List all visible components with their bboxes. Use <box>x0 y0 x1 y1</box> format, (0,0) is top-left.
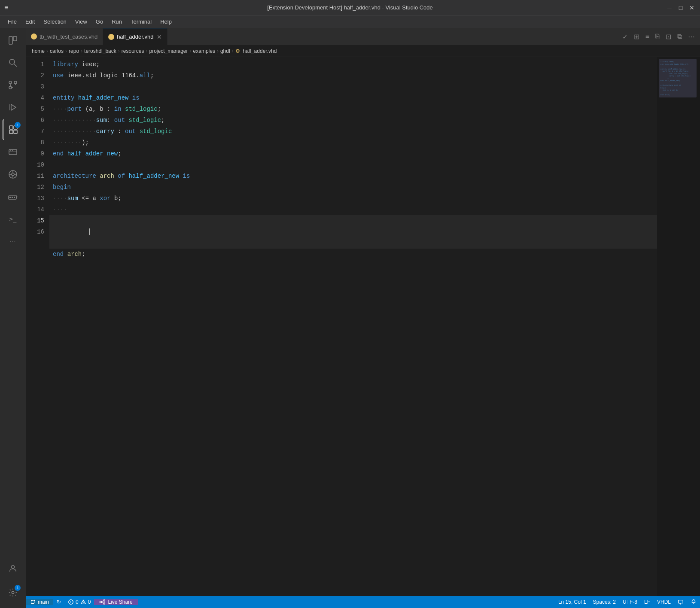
code-line-7: ············carry : out std_logic <box>49 126 657 137</box>
breadcrumb-home[interactable]: home <box>32 48 45 54</box>
activity-bottom: 1 <box>3 558 23 608</box>
breadcrumb-ghdl[interactable]: ghdl <box>220 48 230 54</box>
svg-point-37 <box>103 600 105 602</box>
maximize-button[interactable]: □ <box>677 4 685 12</box>
tab-half-adder[interactable]: half_adder.vhd ✕ <box>103 28 167 45</box>
svg-rect-13 <box>9 149 17 155</box>
language-label: VHDL <box>657 599 671 605</box>
svg-point-31 <box>31 603 33 605</box>
hamburger-icon[interactable]: ≡ <box>4 0 8 15</box>
tab-icon-tb <box>31 33 37 40</box>
breadcrumb-repo[interactable]: repo <box>69 48 79 54</box>
sidebar-item-teroshdl[interactable] <box>3 164 23 185</box>
menu-file[interactable]: File <box>4 18 20 26</box>
breadcrumb-examples[interactable]: examples <box>193 48 215 54</box>
activity-bar: 1 <box>0 28 26 608</box>
warning-count: 0 <box>88 599 91 605</box>
error-count: 0 <box>76 599 79 605</box>
breadcrumb-file-icon: ⚙ <box>235 48 241 54</box>
line-numbers: 1 2 3 4 5 6 7 8 9 10 11 12 13 14 15 16 <box>26 57 49 596</box>
svg-line-39 <box>102 601 103 602</box>
menu-view[interactable]: View <box>72 18 91 26</box>
overflow-action[interactable]: ⋯ <box>686 31 697 43</box>
breadcrumb-carlos[interactable]: carlos <box>50 48 64 54</box>
status-position[interactable]: Ln 15, Col 1 <box>555 599 590 605</box>
menu-terminal[interactable]: Terminal <box>127 18 155 26</box>
breadcrumb-teroshdl[interactable]: teroshdl_back <box>84 48 116 54</box>
status-encoding[interactable]: UTF-8 <box>619 599 641 605</box>
status-right: Ln 15, Col 1 Spaces: 2 UTF-8 LF VHDL <box>555 599 700 605</box>
sidebar-item-account[interactable] <box>3 558 23 579</box>
validate-action[interactable]: ✓ <box>621 31 630 43</box>
sidebar-item-run-debug[interactable] <box>3 97 23 118</box>
sync-icon: ↻ <box>57 599 61 605</box>
live-share-button[interactable]: Live Share <box>94 599 137 605</box>
tab-label-tb: tb_with_test_cases.vhd <box>40 33 97 40</box>
source-action[interactable]: ⊡ <box>664 31 673 43</box>
tabs-actions: ✓ ⊞ ≡ ⎘ ⊡ ⧉ ⋯ <box>617 31 700 43</box>
svg-point-16 <box>12 150 13 151</box>
sidebar-item-search[interactable] <box>3 52 23 73</box>
spaces-label: Spaces: 2 <box>593 599 616 605</box>
menu-run[interactable]: Run <box>108 18 125 26</box>
settings-badge: 1 <box>15 585 21 591</box>
code-line-15 <box>49 215 657 249</box>
menu-edit[interactable]: Edit <box>22 18 38 26</box>
close-button[interactable]: ✕ <box>688 4 696 12</box>
status-spaces[interactable]: Spaces: 2 <box>590 599 619 605</box>
title-bar: ≡ [Extension Development Host] half_adde… <box>0 0 700 15</box>
sidebar-item-terminal[interactable]: >_ <box>3 209 23 229</box>
sidebar-item-remote[interactable] <box>3 142 23 162</box>
code-line-8: ········); <box>49 137 657 148</box>
svg-rect-26 <box>14 197 15 198</box>
status-line-ending[interactable]: LF <box>641 599 654 605</box>
code-line-12: begin <box>49 182 657 193</box>
status-left: main ↻ 0 0 <box>26 599 138 605</box>
code-line-13: ····sum <= a xor b; <box>49 193 657 204</box>
sidebar-item-more[interactable]: ··· <box>3 231 23 252</box>
sidebar-item-explorer[interactable] <box>3 30 23 51</box>
minimize-button[interactable]: ─ <box>666 4 673 12</box>
tab-tb-with-test-cases[interactable]: tb_with_test_cases.vhd <box>26 28 103 45</box>
status-git[interactable]: main <box>26 599 53 605</box>
status-errors[interactable]: 0 0 <box>64 599 94 605</box>
position-label: Ln 15, Col 1 <box>558 599 586 605</box>
code-line-11: architecture arch of half_adder_new is <box>49 170 657 182</box>
breadcrumb-resources[interactable]: resources <box>122 48 144 54</box>
tab-icon-half-adder <box>108 34 114 40</box>
status-sync[interactable]: ↻ <box>53 599 64 605</box>
tab-label-half-adder: half_adder.vhd <box>117 33 153 40</box>
svg-rect-1 <box>13 36 17 41</box>
status-language[interactable]: VHDL <box>654 599 674 605</box>
svg-point-4 <box>9 81 12 84</box>
menu-help[interactable]: Help <box>157 18 175 26</box>
menu-go[interactable]: Go <box>92 18 107 26</box>
git-branch-label: main <box>38 599 49 605</box>
breadcrumb-project-manager[interactable]: project_manager <box>149 48 188 54</box>
text-cursor <box>89 228 90 235</box>
status-bell[interactable] <box>687 599 700 605</box>
title-bar-text: [Extension Development Host] half_adder.… <box>267 4 433 11</box>
split-action-2[interactable]: ⎘ <box>654 31 661 42</box>
status-feedback[interactable] <box>674 599 687 605</box>
svg-rect-12 <box>14 130 17 134</box>
svg-point-30 <box>33 600 35 602</box>
sidebar-item-docker[interactable] <box>3 186 23 207</box>
menu-selection[interactable]: Selection <box>40 18 70 26</box>
sidebar-item-settings[interactable]: 1 <box>3 582 23 603</box>
code-line-3 <box>49 81 657 92</box>
code-line-14: ···· <box>49 204 657 215</box>
svg-rect-24 <box>9 197 11 198</box>
more-actions[interactable]: ≡ <box>644 31 651 42</box>
breadcrumb-file[interactable]: half_adder.vhd <box>243 48 277 54</box>
layout-action[interactable]: ⧉ <box>676 31 684 42</box>
sidebar-item-extensions[interactable]: 1 <box>3 119 23 140</box>
svg-rect-25 <box>12 197 13 198</box>
code-editor[interactable]: 1 2 3 4 5 6 7 8 9 10 11 12 13 14 15 16 l… <box>26 57 700 596</box>
svg-rect-0 <box>9 36 12 44</box>
svg-rect-9 <box>9 126 13 129</box>
tab-close-half-adder[interactable]: ✕ <box>157 33 162 40</box>
code-content[interactable]: library ieee; use ieee.std_logic_1164.al… <box>49 57 657 596</box>
split-editor-action[interactable]: ⊞ <box>632 31 641 43</box>
sidebar-item-source-control[interactable] <box>3 75 23 95</box>
